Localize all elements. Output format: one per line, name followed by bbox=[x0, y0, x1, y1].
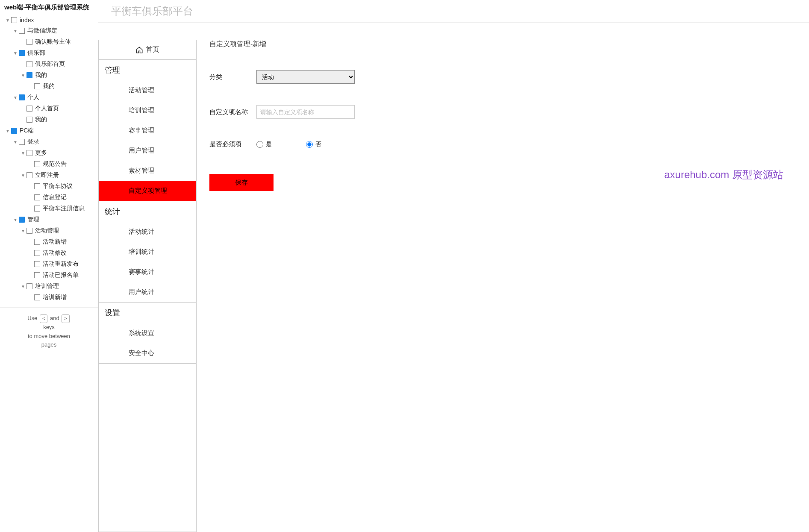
footer-text: to move between bbox=[4, 332, 94, 341]
tree-caret-icon: ▼ bbox=[13, 51, 18, 56]
name-input[interactable] bbox=[256, 105, 355, 119]
tree-node[interactable]: 规范公告 bbox=[0, 159, 98, 170]
page-icon bbox=[26, 61, 32, 67]
page-icon bbox=[26, 172, 32, 178]
tree-node-label: 我的 bbox=[43, 82, 55, 90]
tree-node[interactable]: 信息登记 bbox=[0, 192, 98, 203]
nav-item[interactable]: 赛事统计 bbox=[99, 262, 196, 282]
nav-item[interactable]: 培训管理 bbox=[99, 100, 196, 121]
radio-no-input[interactable] bbox=[306, 141, 313, 148]
tree-node-label: 俱乐部首页 bbox=[35, 60, 65, 68]
tree-node[interactable]: 活动已报名单 bbox=[0, 270, 98, 281]
page-icon bbox=[19, 139, 25, 145]
nav-item[interactable]: 赛事管理 bbox=[99, 121, 196, 141]
tree-node[interactable]: ▼立即注册 bbox=[0, 170, 98, 181]
nav-item[interactable]: 用户管理 bbox=[99, 141, 196, 161]
tree-node[interactable]: ▼俱乐部 bbox=[0, 47, 98, 59]
nav-item[interactable]: 素材管理 bbox=[99, 161, 196, 181]
nav-item[interactable]: 安全中心 bbox=[99, 343, 196, 363]
main: 平衡车俱乐部平台 首页 管理活动管理培训管理赛事管理用户管理素材管理自定义项管理… bbox=[98, 0, 809, 532]
nav-item[interactable]: 用户统计 bbox=[99, 282, 196, 302]
tree-node-label: 个人首页 bbox=[35, 105, 59, 112]
folder-icon bbox=[19, 50, 25, 56]
page-icon bbox=[26, 117, 32, 123]
radio-yes-input[interactable] bbox=[256, 141, 263, 148]
page-icon bbox=[34, 294, 40, 300]
tree-node[interactable]: 活动新增 bbox=[0, 236, 98, 247]
tree-node-label: 活动新增 bbox=[43, 238, 67, 246]
footer-text: and bbox=[50, 315, 59, 321]
footer-text: Use bbox=[27, 315, 37, 321]
tree-node[interactable]: ▼培训管理 bbox=[0, 281, 98, 292]
tree-node[interactable]: 培训新增 bbox=[0, 292, 98, 303]
tree-title: web端-平衡车俱乐部管理系统 bbox=[0, 0, 98, 15]
page-icon bbox=[34, 261, 40, 267]
tree-node[interactable]: 俱乐部首页 bbox=[0, 59, 98, 70]
nav-item[interactable]: 培训统计 bbox=[99, 242, 196, 262]
nav-section: 统计活动统计培训统计赛事统计用户统计 bbox=[99, 201, 196, 303]
tree-node-label: PC端 bbox=[20, 127, 34, 135]
tree-node[interactable]: 平衡车注册信息 bbox=[0, 203, 98, 214]
page-icon bbox=[19, 28, 25, 34]
page-icon bbox=[26, 39, 32, 45]
radio-no[interactable]: 否 bbox=[306, 141, 321, 148]
page-icon bbox=[34, 194, 40, 200]
folder-icon bbox=[19, 217, 25, 223]
folder-icon bbox=[19, 94, 25, 100]
tree-node-label: 规范公告 bbox=[43, 160, 67, 168]
tree-node[interactable]: ▼个人 bbox=[0, 92, 98, 103]
tree-node[interactable]: ▼index bbox=[0, 15, 98, 25]
page-icon bbox=[26, 283, 32, 289]
tree-node-label: 活动管理 bbox=[35, 227, 59, 235]
tree-node[interactable]: ▼活动管理 bbox=[0, 225, 98, 236]
category-select[interactable]: 活动 bbox=[256, 70, 355, 84]
tree-node[interactable]: 我的 bbox=[0, 114, 98, 125]
tree-caret-icon: ▼ bbox=[13, 29, 18, 33]
tree-caret-icon: ▼ bbox=[13, 140, 18, 144]
home-icon bbox=[135, 46, 143, 54]
nav-item[interactable]: 系统设置 bbox=[99, 323, 196, 343]
tree-node[interactable]: 个人首页 bbox=[0, 103, 98, 114]
tree-node-label: 更多 bbox=[35, 149, 47, 157]
page-icon bbox=[34, 250, 40, 256]
page-icon bbox=[34, 206, 40, 212]
folder-icon bbox=[26, 72, 32, 78]
page-icon bbox=[34, 83, 40, 89]
nav-section-title: 设置 bbox=[99, 303, 196, 323]
tree-node[interactable]: 活动修改 bbox=[0, 247, 98, 259]
radio-yes-label: 是 bbox=[266, 141, 272, 148]
tree-node-label: 活动修改 bbox=[43, 249, 67, 257]
tree-node-label: 培训新增 bbox=[43, 294, 67, 301]
nav-item[interactable]: 活动统计 bbox=[99, 222, 196, 242]
tree-node-label: 平衡车协议 bbox=[43, 182, 73, 190]
radio-yes[interactable]: 是 bbox=[256, 141, 272, 148]
tree-node[interactable]: ▼我的 bbox=[0, 70, 98, 81]
tree-caret-icon: ▼ bbox=[21, 151, 26, 156]
tree-caret-icon: ▼ bbox=[13, 95, 18, 100]
name-label: 自定义项名称 bbox=[209, 108, 256, 116]
tree-node[interactable]: 平衡车协议 bbox=[0, 181, 98, 192]
save-button[interactable]: 保存 bbox=[209, 174, 274, 191]
tree-node-label: 管理 bbox=[27, 216, 39, 223]
tree-node[interactable]: 我的 bbox=[0, 81, 98, 92]
tree-node-label: 我的 bbox=[35, 71, 47, 79]
nav-item[interactable]: 活动管理 bbox=[99, 80, 196, 100]
page-icon bbox=[26, 106, 32, 112]
category-label: 分类 bbox=[209, 73, 256, 81]
tree-node[interactable]: 活动重新发布 bbox=[0, 259, 98, 270]
tree-node-label: 登录 bbox=[27, 138, 39, 146]
footer-text: pages bbox=[4, 341, 94, 350]
tree-node[interactable]: ▼PC端 bbox=[0, 125, 98, 136]
tree-node[interactable]: ▼登录 bbox=[0, 136, 98, 147]
tree-node[interactable]: ▼与微信绑定 bbox=[0, 25, 98, 36]
nav-home[interactable]: 首页 bbox=[99, 40, 196, 60]
tree-node[interactable]: ▼更多 bbox=[0, 147, 98, 159]
tree-node[interactable]: 确认账号主体 bbox=[0, 36, 98, 47]
nav-item[interactable]: 自定义项管理 bbox=[99, 181, 196, 201]
tree-node[interactable]: ▼管理 bbox=[0, 214, 98, 225]
page-icon bbox=[26, 228, 32, 234]
page-icon bbox=[34, 183, 40, 189]
page-icon bbox=[34, 239, 40, 245]
tree-node-label: 确认账号主体 bbox=[35, 38, 71, 46]
tree-node-label: 我的 bbox=[35, 116, 47, 123]
